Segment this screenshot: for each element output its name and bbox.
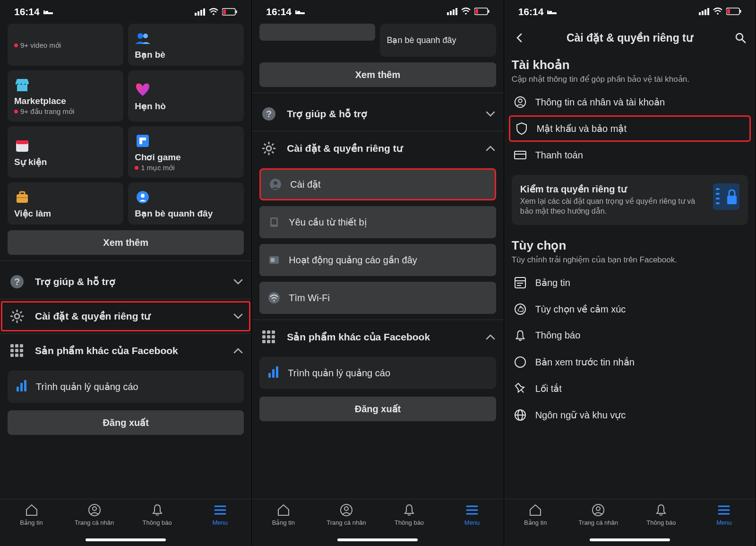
screen-settings-page: 16:14 Cài đặt & quyền riêng tư Tài khoản…	[504, 0, 756, 546]
red-dot-icon	[135, 166, 138, 170]
status-time: 16:14	[266, 6, 292, 17]
bell-icon	[654, 503, 668, 517]
home-icon	[528, 503, 542, 517]
status-time: 16:14	[14, 6, 40, 17]
menu-tiles: 9+ video mới Bạn bè Marketplace 9+ đầu t…	[8, 24, 244, 225]
home-indicator[interactable]	[590, 538, 670, 541]
status-time: 16:14	[518, 6, 544, 17]
tile-friends[interactable]: Bạn bè	[128, 24, 244, 66]
prefs-section-desc: Tùy chỉnh trải nghiệm của bạn trên Faceb…	[512, 255, 748, 265]
see-more-button[interactable]: Xem thêm	[259, 62, 496, 87]
friends-icon	[135, 30, 151, 46]
tile-jobs[interactable]: Việc làm	[8, 182, 123, 225]
screen-settings-expanded: 16:14 Bạn bè quanh đây Xem thêm Trợ giúp…	[252, 0, 504, 546]
chevron-up-icon	[232, 345, 244, 356]
svg-rect-69	[20, 192, 25, 195]
dnd-icon	[547, 9, 557, 15]
grid-icon	[8, 341, 26, 360]
account-section-title: Tài khoản	[512, 58, 748, 72]
bars-icon	[267, 365, 280, 381]
help-row[interactable]: Trợ giúp & hỗ trợ	[259, 99, 496, 129]
help-icon	[8, 272, 26, 291]
row-shortcuts[interactable]: Lối tắt	[512, 375, 748, 402]
menu-icon	[717, 503, 731, 517]
sub-device-requests[interactable]: Yêu cầu từ thiết bị	[259, 206, 496, 238]
tile-dating[interactable]: Hẹn hò	[128, 70, 244, 121]
other-products-row[interactable]: Sản phẩm khác của Facebook	[259, 322, 496, 352]
row-language[interactable]: Ngôn ngữ và khu vực	[512, 402, 748, 428]
logout-button[interactable]: Đăng xuất	[8, 410, 244, 435]
chevron-up-icon	[485, 331, 496, 343]
privacy-checkup-card[interactable]: Kiểm tra quyền riêng tư Xem lại các cài …	[512, 175, 748, 225]
row-password-security[interactable]: Mật khẩu và bảo mật	[509, 115, 751, 142]
logout-button[interactable]: Đăng xuất	[259, 397, 496, 421]
row-newsfeed[interactable]: Bảng tin	[512, 269, 748, 296]
account-section-desc: Cập nhật thông tin để góp phần bảo vệ tà…	[512, 74, 748, 84]
sub-find-wifi[interactable]: Tìm Wi-Fi	[259, 282, 496, 314]
tile-nearby-friends[interactable]: Bạn bè quanh đây	[380, 24, 496, 57]
chevron-up-icon	[485, 143, 496, 154]
nav-feed[interactable]: Bảng tin	[252, 503, 315, 546]
marketplace-icon	[14, 77, 30, 93]
home-indicator[interactable]	[337, 538, 418, 541]
grid-icon	[259, 328, 278, 347]
menu-icon	[213, 503, 227, 517]
row-personal-info[interactable]: Thông tin cá nhân và tài khoản	[512, 89, 748, 115]
red-dot-icon	[14, 43, 18, 47]
row-reaction-prefs[interactable]: Tùy chọn về cảm xúc	[512, 296, 748, 322]
dnd-icon	[43, 9, 53, 15]
profile-icon	[514, 95, 527, 109]
red-dot-icon	[14, 110, 18, 113]
ads-manager-item[interactable]: Trình quản lý quảng cáo	[8, 371, 244, 403]
nearby-icon	[135, 189, 151, 205]
wifi-icon	[209, 8, 218, 16]
wifi-icon	[461, 6, 471, 17]
status-bar: 16:14	[252, 0, 503, 24]
home-icon	[276, 503, 291, 517]
sub-settings[interactable]: Cài đặt	[259, 168, 496, 200]
like-icon	[514, 303, 527, 316]
back-button[interactable]	[512, 30, 527, 45]
ads-manager-item[interactable]: Trình quản lý quảng cáo	[259, 357, 496, 389]
nav-feed[interactable]: Bảng tin	[504, 503, 567, 546]
tile-nearby-friends[interactable]: Bạn bè quanh đây	[128, 182, 244, 225]
tile-truncated[interactable]	[259, 24, 375, 41]
svg-rect-67	[137, 135, 149, 147]
ads-activity-icon	[267, 253, 281, 267]
nav-feed[interactable]: Bảng tin	[0, 503, 63, 546]
row-message-preview[interactable]: Bản xem trước tin nhắn	[512, 349, 748, 375]
tile-events[interactable]: Sự kiện	[8, 126, 123, 178]
moon-icon	[514, 355, 527, 369]
see-more-button[interactable]: Xem thêm	[8, 230, 244, 255]
svg-rect-68	[17, 194, 28, 203]
home-indicator[interactable]	[86, 538, 166, 541]
bell-icon	[514, 329, 527, 342]
signal-icon	[195, 8, 205, 16]
pin-icon	[514, 382, 527, 395]
signal-icon	[447, 6, 457, 17]
search-button[interactable]	[733, 30, 748, 45]
settings-privacy-row[interactable]: Cài đặt & quyền riêng tư	[1, 301, 250, 331]
nav-menu[interactable]: Menu	[693, 503, 756, 546]
help-row[interactable]: Trợ giúp & hỗ trợ	[8, 267, 244, 297]
status-bar: 16:14	[0, 0, 251, 24]
globe-icon	[514, 408, 527, 422]
nav-menu[interactable]: Menu	[441, 503, 504, 546]
gear-icon	[8, 307, 26, 326]
row-payment[interactable]: Thanh toán	[512, 142, 748, 168]
newsfeed-icon	[514, 276, 527, 289]
tile-video[interactable]: 9+ video mới	[8, 24, 123, 66]
tile-marketplace[interactable]: Marketplace 9+ đầu trang mới	[8, 70, 123, 121]
row-notifications[interactable]: Thông báo	[512, 322, 748, 349]
tile-gaming[interactable]: Chơi game 1 mục mới	[128, 126, 244, 178]
settings-privacy-row[interactable]: Cài đặt & quyền riêng tư	[259, 133, 496, 164]
profile-icon	[87, 503, 102, 517]
chevron-down-icon	[232, 276, 244, 287]
shield-icon	[515, 122, 528, 135]
screen-menu: 16:14 9+ video mới Bạn bè Marketplace 9+…	[0, 0, 252, 546]
other-products-row[interactable]: Sản phẩm khác của Facebook	[8, 336, 244, 366]
status-bar: 16:14	[504, 0, 756, 24]
menu-icon	[465, 503, 479, 517]
sub-recent-ads[interactable]: Hoạt động quảng cáo gần đây	[259, 244, 496, 276]
nav-menu[interactable]: Menu	[189, 503, 251, 546]
